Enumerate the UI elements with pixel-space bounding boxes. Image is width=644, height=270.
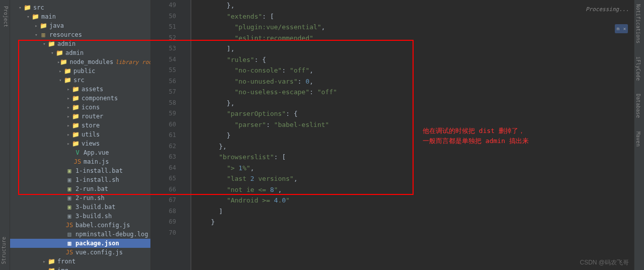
watermark: CSDN @码农飞哥 [580, 258, 629, 267]
annotation-text: 他在调试的时候把 dist 删掉了， 一般而言都是单独把 admin 搞出来 [423, 126, 529, 146]
tree-file-app-vue[interactable]: VApp.vue [10, 148, 150, 157]
database-tab[interactable]: Database [634, 90, 642, 122]
project-tree[interactable]: ▾📁src ▾📁main ▸📁java ▾▦resources ▾📁admin … [10, 0, 151, 270]
tree-folder-assets[interactable]: ▸📁assets [10, 85, 150, 94]
resources-icon: ▦ [39, 31, 47, 39]
folder-icon: 📁 [71, 140, 79, 148]
float-toolbar[interactable]: m✕ [615, 24, 628, 33]
tree-folder-node-modules[interactable]: ▸📁node_moduleslibrary root [10, 57, 150, 66]
folder-icon: 📁 [71, 112, 79, 120]
log-icon: ▤ [65, 230, 73, 238]
tree-folder-router[interactable]: ▸📁router [10, 112, 150, 121]
tree-folder-components[interactable]: ▸📁components [10, 94, 150, 103]
folder-icon: 📁 [63, 67, 71, 75]
folder-icon: 📁 [71, 121, 79, 129]
tree-folder-admin2[interactable]: ▾📁admin [10, 48, 150, 57]
vue-icon: V [73, 149, 82, 157]
js-icon: JS [65, 248, 73, 256]
tree-folder-java[interactable]: ▸📁java [10, 21, 150, 30]
tree-folder-img[interactable]: ▸📁img [10, 266, 150, 270]
sh-icon: ▣ [65, 176, 73, 184]
folder-icon: 📁 [47, 40, 55, 48]
tree-file-build-sh[interactable]: ▣3-build.sh [10, 212, 150, 221]
line-gutter: 4950515253545556575859606162636465666768… [151, 0, 181, 270]
right-tool-tabs: Notifications iFlyCode Database Maven [634, 0, 644, 270]
maven-tab[interactable]: Maven [634, 127, 642, 151]
tree-folder-store[interactable]: ▸📁store [10, 121, 150, 130]
folder-icon: 📁 [71, 130, 79, 139]
folder-icon: 📁 [71, 103, 79, 111]
tree-file-run-sh[interactable]: ▣2-run.sh [10, 193, 150, 202]
js-icon: JS [65, 221, 73, 229]
tree-folder-public[interactable]: ▸📁public [10, 66, 150, 76]
code-content[interactable]: }, "extends": [ "plugin:vue/essential", … [191, 0, 634, 270]
fold-column[interactable] [181, 0, 191, 270]
tree-file-npmlog[interactable]: ▤npminstall-debug.log [10, 230, 150, 239]
tree-folder-front[interactable]: ▸📁front [10, 257, 150, 266]
tree-file-babel[interactable]: JSbabel.config.js [10, 221, 150, 230]
tree-file-install-sh[interactable]: ▣1-install.sh [10, 175, 150, 184]
tree-file-main-js[interactable]: JSmain.js [10, 157, 150, 166]
bat-icon: ▣ [65, 203, 73, 211]
tree-folder-views[interactable]: ▸📁views [10, 139, 150, 148]
structure-tab[interactable]: Structure [0, 233, 10, 268]
tree-folder-resources[interactable]: ▾▦resources [10, 30, 150, 39]
left-tool-tabs: Project Structure [0, 0, 10, 270]
folder-icon: 📁 [47, 257, 55, 265]
js-icon: JS [73, 158, 82, 166]
tree-file-package-json[interactable]: ▦package.json [10, 239, 150, 248]
code-editor[interactable]: 4950515253545556575859606162636465666768… [151, 0, 634, 270]
folder-icon: 📁 [71, 94, 79, 102]
json-icon: ▦ [65, 239, 73, 247]
notifications-tab[interactable]: Notifications [634, 0, 642, 47]
folder-icon: 📁 [55, 49, 63, 57]
tree-folder-admin[interactable]: ▾📁admin [10, 39, 150, 48]
tree-file-vueconfig[interactable]: JSvue.config.js [10, 248, 150, 257]
folder-icon: 📁 [71, 85, 79, 93]
iflycode-tab[interactable]: iFlyCode [634, 52, 642, 85]
tree-file-build-bat[interactable]: ▣3-build.bat [10, 202, 150, 212]
folder-icon: 📁 [31, 13, 39, 21]
sh-icon: ▣ [65, 212, 73, 220]
bat-icon: ▣ [65, 167, 73, 175]
tree-file-install-bat[interactable]: ▣1-install.bat [10, 166, 150, 175]
folder-icon: 📁 [63, 76, 71, 84]
tree-folder-src2[interactable]: ▾📁src [10, 76, 150, 85]
folder-icon: 📁 [47, 266, 55, 270]
tree-file-run-bat[interactable]: ▣2-run.bat [10, 184, 150, 193]
tree-folder-main[interactable]: ▾📁main [10, 12, 150, 21]
library-root-label: library root [115, 59, 151, 65]
folder-icon: 📁 [60, 58, 67, 66]
tree-folder-utils[interactable]: ▸📁utils [10, 130, 150, 139]
sh-icon: ▣ [65, 194, 73, 202]
project-tab[interactable]: Project [0, 2, 10, 31]
processing-status: Processing... [586, 6, 629, 13]
folder-icon: 📁 [23, 4, 31, 12]
bat-icon: ▣ [65, 185, 73, 193]
tree-folder-icons[interactable]: ▸📁icons [10, 103, 150, 112]
tree-folder-src[interactable]: ▾📁src [10, 3, 150, 12]
folder-icon: 📁 [39, 22, 47, 30]
